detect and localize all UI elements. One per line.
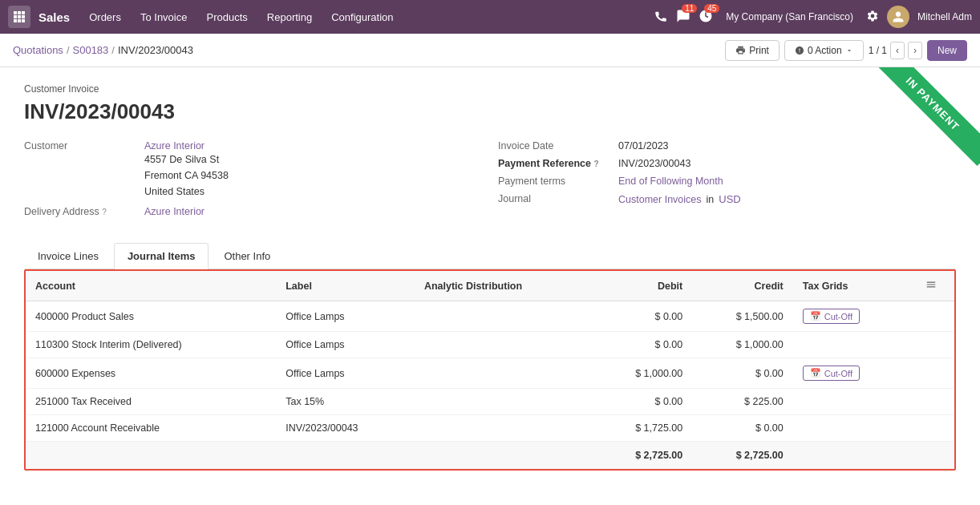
cell-analytic	[415, 332, 592, 358]
breadcrumb-sep-1: /	[67, 44, 70, 56]
chat-icon[interactable]: 11	[676, 9, 690, 26]
svg-rect-6	[14, 19, 17, 22]
cell-tax-grid[interactable]: 📅 Cut-Off	[793, 358, 909, 389]
prev-record-button[interactable]: ‹	[890, 42, 905, 59]
cell-actions	[909, 332, 954, 358]
table-row[interactable]: 600000 Expenses Office Lamps $ 1,000.00 …	[26, 358, 954, 389]
nav-reporting[interactable]: Reporting	[259, 8, 320, 26]
left-info: Customer Azure Interior 4557 De Silva St…	[24, 140, 482, 224]
total-debit: $ 2,725.00	[592, 442, 692, 470]
delivery-address-field-row: Delivery Address ? Azure Interior	[24, 206, 482, 217]
nav-orders[interactable]: Orders	[81, 8, 129, 26]
user-name: Mitchell Adm	[917, 11, 972, 22]
cell-tax-grid	[793, 389, 909, 415]
right-info: Invoice Date 07/01/2023 Payment Referenc…	[498, 140, 956, 224]
currency-value[interactable]: USD	[719, 193, 740, 205]
cell-analytic	[415, 358, 592, 389]
tab-invoice-lines[interactable]: Invoice Lines	[24, 243, 112, 269]
col-settings[interactable]	[909, 271, 954, 301]
svg-rect-1	[18, 11, 21, 14]
delivery-address-value[interactable]: Azure Interior	[144, 206, 205, 217]
activity-badge: 45	[704, 4, 719, 13]
address-line-3: United States	[144, 184, 229, 200]
breadcrumb-current: INV/2023/00043	[118, 44, 193, 56]
cell-debit: $ 1,725.00	[592, 415, 692, 442]
total-tail	[793, 442, 954, 470]
total-credit: $ 2,725.00	[692, 442, 792, 470]
cell-actions	[909, 415, 954, 442]
info-grid: Customer Azure Interior 4557 De Silva St…	[24, 140, 956, 224]
col-analytic: Analytic Distribution	[415, 271, 592, 301]
svg-rect-5	[22, 15, 25, 18]
payment-terms-value[interactable]: End of Following Month	[618, 176, 723, 187]
document-number: INV/2023/00043	[24, 99, 956, 124]
cell-actions	[909, 389, 954, 415]
new-button[interactable]: New	[927, 40, 967, 61]
table-row[interactable]: 400000 Product Sales Office Lamps $ 0.00…	[26, 301, 954, 332]
tab-other-info[interactable]: Other Info	[210, 243, 284, 269]
nav-to-invoice[interactable]: To Invoice	[132, 8, 196, 26]
cell-debit: $ 1,000.00	[592, 358, 692, 389]
breadcrumb: Quotations / S00183 / INV/2023/00043	[13, 44, 719, 56]
journal-table: Account Label Analytic Distribution Debi…	[26, 271, 954, 469]
payment-ref-value: INV/2023/00043	[618, 158, 690, 169]
address-line-1: 4557 De Silva St	[144, 152, 229, 168]
payment-terms-label: Payment terms	[498, 176, 610, 187]
print-label: Print	[749, 45, 769, 56]
payment-ref-label: Payment Reference ?	[498, 158, 610, 169]
delivery-address-label: Delivery Address ?	[24, 206, 136, 217]
tabs: Invoice Lines Journal Items Other Info	[24, 243, 956, 269]
main-content: IN PAYMENT Customer Invoice INV/2023/000…	[0, 67, 980, 505]
action-buttons: Print 0 Action 1 / 1 ‹ › New	[725, 40, 967, 61]
invoice-date-row: Invoice Date 07/01/2023	[498, 140, 956, 152]
cell-account: 600000 Expenses	[26, 358, 276, 389]
svg-rect-4	[18, 15, 21, 18]
phone-icon[interactable]	[654, 9, 668, 26]
cell-actions	[909, 358, 954, 389]
col-debit: Debit	[592, 271, 692, 301]
journal-value[interactable]: Customer Invoices	[618, 194, 702, 205]
col-account: Account	[26, 271, 276, 301]
tab-journal-items[interactable]: Journal Items	[114, 243, 209, 269]
table-row[interactable]: 121000 Account Receivable INV/2023/00043…	[26, 415, 954, 442]
action-button[interactable]: 0 Action	[784, 40, 864, 61]
cell-label: INV/2023/00043	[276, 415, 415, 442]
cell-tax-grid[interactable]: 📅 Cut-Off	[793, 301, 909, 332]
cell-account: 400000 Product Sales	[26, 301, 276, 332]
table-row[interactable]: 110300 Stock Interim (Delivered) Office …	[26, 332, 954, 358]
table-row[interactable]: 251000 Tax Received Tax 15% $ 0.00 $ 225…	[26, 389, 954, 415]
cutoff-button[interactable]: 📅 Cut-Off	[803, 309, 860, 324]
invoice-date-label: Invoice Date	[498, 140, 610, 152]
cell-label: Office Lamps	[276, 358, 415, 389]
cell-credit: $ 0.00	[692, 415, 792, 442]
nav-configuration[interactable]: Configuration	[323, 8, 401, 26]
record-navigation: 1 / 1 ‹ ›	[869, 42, 922, 59]
print-button[interactable]: Print	[725, 40, 780, 61]
breadcrumb-s00183[interactable]: S00183	[73, 44, 109, 56]
col-label: Label	[276, 271, 415, 301]
breadcrumb-quotations[interactable]: Quotations	[13, 44, 63, 56]
cell-account: 121000 Account Receivable	[26, 415, 276, 442]
cell-label: Office Lamps	[276, 332, 415, 358]
settings-icon[interactable]	[866, 10, 879, 25]
app-grid-icon[interactable]	[8, 6, 30, 28]
svg-rect-8	[22, 19, 25, 22]
journal-table-wrapper: Account Label Analytic Distribution Debi…	[24, 269, 956, 471]
company-name[interactable]: My Company (San Francisco)	[726, 11, 853, 22]
customer-name[interactable]: Azure Interior	[144, 140, 229, 152]
next-record-button[interactable]: ›	[908, 42, 922, 59]
action-bar: Quotations / S00183 / INV/2023/00043 Pri…	[0, 34, 980, 67]
payment-terms-row: Payment terms End of Following Month	[498, 176, 956, 187]
address-line-2: Fremont CA 94538	[144, 168, 229, 184]
top-navigation: Sales Orders To Invoice Products Reporti…	[0, 0, 980, 34]
app-name[interactable]: Sales	[38, 10, 70, 24]
activity-icon[interactable]: 45	[699, 9, 713, 26]
user-avatar[interactable]	[887, 6, 909, 28]
customer-label: Customer	[24, 140, 136, 152]
customer-value-block: Azure Interior 4557 De Silva St Fremont …	[144, 140, 229, 200]
nav-products[interactable]: Products	[198, 8, 255, 26]
cutoff-button[interactable]: 📅 Cut-Off	[803, 366, 860, 381]
cell-debit: $ 0.00	[592, 301, 692, 332]
cell-analytic	[415, 415, 592, 442]
svg-rect-3	[14, 15, 17, 18]
